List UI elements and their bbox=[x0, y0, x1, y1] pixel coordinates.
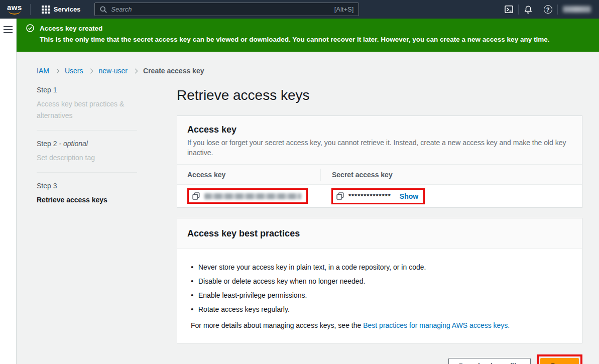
breadcrumb-current: Create access key bbox=[143, 67, 204, 75]
secret-key-annotation-box: ************** Show bbox=[331, 188, 425, 204]
search-input[interactable]: Search [Alt+S] bbox=[94, 3, 359, 16]
chevron-right-icon bbox=[88, 68, 93, 73]
step-1-number: Step 1 bbox=[37, 86, 137, 94]
column-secret-access-key: Secret access key bbox=[332, 171, 393, 179]
notifications-button[interactable] bbox=[519, 0, 538, 19]
chevron-right-icon bbox=[54, 68, 59, 73]
page-title: Retrieve access keys bbox=[177, 86, 582, 105]
chevron-right-icon bbox=[133, 68, 138, 73]
help-icon: ? bbox=[544, 5, 552, 14]
main-content: IAM Users new-user Create access key Ste… bbox=[17, 52, 599, 364]
success-banner: Access key created This is the only time… bbox=[17, 19, 599, 52]
best-practices-card: Access key best practices Never store yo… bbox=[177, 218, 582, 343]
aws-logo[interactable]: aws bbox=[7, 4, 22, 15]
key-table-row: ************** Show bbox=[177, 185, 582, 207]
banner-title: Access key created bbox=[40, 25, 102, 32]
search-icon bbox=[100, 6, 107, 13]
best-practice-item: Disable or delete access key when no lon… bbox=[187, 277, 572, 286]
access-key-annotation-box bbox=[187, 188, 308, 204]
best-practices-footer: For more details about managing access k… bbox=[187, 321, 572, 330]
step-3-title: Retrieve access keys bbox=[37, 194, 137, 206]
best-practices-link[interactable]: Best practices for managing AWS access k… bbox=[363, 321, 510, 329]
secret-key-masked-value: ************** bbox=[348, 192, 391, 200]
copy-icon bbox=[192, 192, 200, 200]
step-2-title: Set description tag bbox=[37, 152, 137, 164]
wizard-steps-nav: Step 1 Access key best practices & alter… bbox=[37, 86, 137, 364]
access-key-card-title: Access key bbox=[187, 124, 572, 136]
access-key-value-redacted bbox=[204, 193, 301, 199]
copy-access-key-button[interactable] bbox=[192, 192, 200, 200]
best-practice-item: Never store your access key in plain tex… bbox=[187, 263, 572, 272]
collapsed-sidebar bbox=[0, 19, 17, 364]
cloudshell-button[interactable] bbox=[499, 0, 518, 19]
wizard-step-3-current: Step 3 Retrieve access keys bbox=[37, 182, 137, 206]
services-label: Services bbox=[54, 6, 81, 13]
navbar-divider bbox=[557, 5, 558, 15]
breadcrumb: IAM Users new-user Create access key bbox=[37, 67, 599, 75]
divider bbox=[37, 172, 137, 173]
action-buttons: Download .csv file Done bbox=[177, 354, 582, 364]
wizard-step-1: Step 1 Access key best practices & alter… bbox=[37, 86, 137, 122]
aws-logo-smile bbox=[9, 11, 21, 15]
done-annotation-box: Done bbox=[537, 354, 582, 364]
aws-logo-text: aws bbox=[7, 4, 22, 11]
search-placeholder: Search bbox=[111, 6, 334, 13]
copy-icon bbox=[336, 192, 344, 200]
bell-icon bbox=[524, 5, 533, 14]
top-navbar: aws Services Search [Alt+S] ? bbox=[0, 0, 599, 19]
navbar-divider bbox=[30, 4, 31, 15]
column-access-key: Access key bbox=[187, 171, 225, 179]
hamburger-menu-icon[interactable] bbox=[4, 26, 13, 33]
services-menu-button[interactable]: Services bbox=[37, 0, 86, 19]
step-2-optional-suffix: - optional bbox=[59, 140, 88, 148]
grid-icon bbox=[42, 6, 50, 14]
breadcrumb-users[interactable]: Users bbox=[65, 67, 83, 75]
best-practice-item: Rotate access keys regularly. bbox=[187, 305, 572, 314]
best-practice-item: Enable least-privilege permissions. bbox=[187, 291, 572, 300]
show-secret-link[interactable]: Show bbox=[400, 192, 418, 200]
best-practices-list: Never store your access key in plain tex… bbox=[187, 263, 572, 314]
step-3-number: Step 3 bbox=[37, 182, 137, 190]
help-button[interactable]: ? bbox=[538, 0, 557, 19]
done-button[interactable]: Done bbox=[540, 358, 579, 364]
access-key-card: Access key If you lose or forget your se… bbox=[177, 115, 582, 208]
account-menu-redacted[interactable] bbox=[563, 6, 591, 13]
breadcrumb-new-user[interactable]: new-user bbox=[98, 67, 128, 75]
search-shortcut-hint: [Alt+S] bbox=[334, 6, 354, 13]
best-practices-title: Access key best practices bbox=[187, 227, 572, 239]
banner-message: This is the only time that the secret ac… bbox=[40, 36, 589, 43]
key-table-header: Access key Secret access key bbox=[177, 165, 582, 185]
download-csv-button[interactable]: Download .csv file bbox=[448, 358, 531, 364]
access-key-card-description: If you lose or forget your secret access… bbox=[187, 138, 572, 158]
cloudshell-terminal-icon bbox=[504, 5, 514, 14]
step-2-number: Step 2 - optional bbox=[37, 140, 137, 148]
breadcrumb-iam[interactable]: IAM bbox=[37, 67, 49, 75]
wizard-step-2: Step 2 - optional Set description tag bbox=[37, 140, 137, 164]
check-circle-icon bbox=[26, 24, 34, 32]
step-1-title: Access key best practices & alternatives bbox=[37, 98, 137, 122]
copy-secret-key-button[interactable] bbox=[336, 192, 344, 200]
divider bbox=[37, 130, 137, 131]
